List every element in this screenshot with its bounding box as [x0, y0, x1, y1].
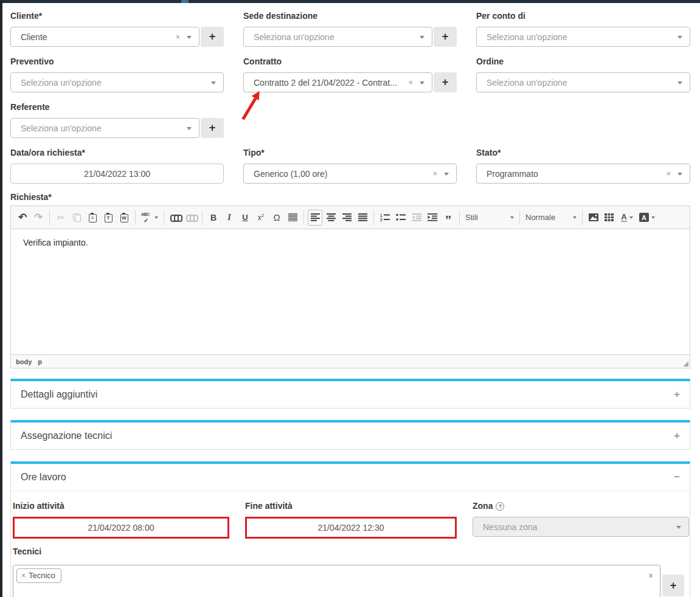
zona-select[interactable]: Nessuna zona	[473, 517, 689, 537]
text-color-button[interactable]: A	[618, 210, 636, 226]
preventivo-select[interactable]: Seleziona un'opzione	[10, 72, 224, 92]
contratto-caret-icon[interactable]	[420, 81, 425, 85]
tecnici-clear-icon[interactable]: x	[649, 571, 653, 579]
special-char-button[interactable]: Ω	[269, 210, 284, 226]
tecnici-multiselect[interactable]: × Tecnico x	[13, 565, 660, 597]
superscript-icon: x2	[258, 213, 264, 222]
data-ora-input[interactable]: 21/04/2022 13:00	[10, 164, 224, 184]
blockquote-icon: ”	[445, 217, 452, 223]
link-button[interactable]	[168, 210, 182, 226]
paste-from-word-button[interactable]: W	[117, 210, 131, 226]
paragraph-format-dropdown[interactable]: Normale	[523, 210, 579, 226]
text-color-icon: A	[621, 213, 626, 222]
referente-placeholder: Seleziona un'opzione	[21, 123, 102, 133]
insert-image-button[interactable]	[586, 210, 601, 226]
paste-button[interactable]: ≡	[85, 210, 100, 226]
sede-add-button[interactable]: +	[434, 27, 457, 47]
underline-button[interactable]: U	[238, 210, 252, 226]
fine-attivita-label: Fine attività	[245, 501, 457, 511]
align-center-button[interactable]	[324, 210, 338, 226]
element-path-p[interactable]: p	[38, 358, 42, 365]
preventivo-caret-icon[interactable]	[211, 81, 216, 85]
sede-select[interactable]: Seleziona un'opzione	[243, 27, 432, 47]
chevron-down-icon	[651, 216, 655, 219]
cut-icon: ✂	[57, 213, 64, 223]
insert-table-button[interactable]	[602, 210, 617, 226]
element-path-body[interactable]: body	[16, 358, 32, 365]
cut-button[interactable]: ✂	[54, 210, 68, 226]
data-ora-label: Data/ora richiesta*	[10, 148, 224, 158]
section-assegnazione-tecnici: Assegnazione tecnici +	[10, 420, 690, 450]
align-center-icon	[327, 213, 336, 221]
expand-icon[interactable]: +	[674, 388, 680, 401]
referente-select[interactable]: Seleziona un'opzione	[10, 118, 199, 138]
omega-icon: Ω	[273, 212, 280, 223]
field-tecnici: Tecnici × Tecnico x +	[13, 547, 690, 597]
decrease-indent-button[interactable]	[409, 210, 424, 226]
contratto-select[interactable]: Contratto 2 del 21/04/2022 - Contrat... …	[243, 72, 432, 92]
tag-remove-icon[interactable]: ×	[21, 571, 26, 580]
cliente-add-button[interactable]: +	[201, 27, 224, 47]
contratto-add-button[interactable]: +	[434, 72, 457, 92]
superscript-button[interactable]: x2	[254, 210, 268, 226]
referente-caret-icon[interactable]	[187, 127, 192, 130]
per-conto-di-select[interactable]: Seleziona un'opzione	[476, 27, 690, 47]
assegnazione-tecnici-title: Assegnazione tecnici	[21, 430, 112, 441]
chevron-down-icon	[510, 216, 514, 219]
ordine-caret-icon[interactable]	[677, 81, 682, 85]
per-conto-di-caret-icon[interactable]	[677, 36, 682, 39]
form-row-2: Preventivo Seleziona un'opzione Contratt…	[10, 57, 690, 92]
paste-icon: ≡	[89, 214, 97, 223]
ore-lavoro-header[interactable]: Ore lavoro −	[11, 464, 690, 491]
cliente-caret-icon[interactable]	[187, 36, 192, 39]
dettagli-aggiuntivi-header[interactable]: Dettagli aggiuntivi +	[11, 381, 690, 408]
sede-placeholder: Seleziona un'opzione	[254, 32, 334, 42]
unlink-button[interactable]	[184, 210, 198, 226]
background-color-button[interactable]: A	[637, 210, 657, 226]
spellcheck-button[interactable]: ABC ✓	[139, 210, 160, 226]
editor-content-area[interactable]: Verifica impianto.	[11, 229, 690, 354]
tipo-select[interactable]: Generico (1,00 ore) ×	[243, 164, 457, 184]
italic-button[interactable]: I	[222, 210, 237, 226]
horizontal-rule-button[interactable]	[285, 210, 300, 226]
inizio-attivita-value: 21/04/2022 08:00	[88, 523, 154, 533]
cliente-select[interactable]: Cliente ×	[10, 27, 199, 47]
editor-resize-handle[interactable]	[683, 361, 688, 367]
referente-add-button[interactable]: +	[201, 118, 224, 138]
bold-button[interactable]: B	[206, 210, 221, 226]
stato-clear-icon[interactable]: ×	[666, 169, 671, 178]
increase-indent-icon	[428, 213, 437, 221]
blockquote-button[interactable]: ”	[441, 210, 456, 226]
stato-caret-icon[interactable]	[677, 173, 682, 176]
tecnici-label: Tecnici	[13, 547, 690, 557]
align-left-button[interactable]	[308, 210, 322, 226]
redo-button[interactable]: ↷	[31, 210, 46, 226]
assegnazione-tecnici-header[interactable]: Assegnazione tecnici +	[11, 423, 690, 449]
align-justify-button[interactable]	[355, 210, 370, 226]
cliente-clear-icon[interactable]: ×	[175, 32, 180, 41]
numbered-list-button[interactable]: 12	[378, 210, 392, 226]
spellcheck-icon: ABC ✓	[141, 212, 152, 223]
collapse-icon[interactable]: −	[674, 471, 680, 483]
increase-indent-button[interactable]	[425, 210, 440, 226]
align-right-button[interactable]	[339, 210, 354, 226]
contratto-clear-icon[interactable]: ×	[408, 78, 413, 87]
tipo-caret-icon[interactable]	[444, 173, 449, 176]
sede-caret-icon[interactable]	[420, 36, 425, 39]
tipo-clear-icon[interactable]: ×	[432, 169, 437, 178]
expand-icon[interactable]: +	[674, 430, 680, 442]
stato-select[interactable]: Programmato ×	[476, 164, 690, 184]
copy-button[interactable]	[69, 210, 84, 226]
styles-dropdown[interactable]: Stili	[463, 210, 516, 226]
zona-label: Zona	[473, 501, 493, 511]
cliente-value: Cliente	[21, 32, 47, 42]
field-ordine: Ordine Seleziona un'opzione	[476, 57, 690, 92]
bullet-list-button[interactable]	[393, 210, 408, 226]
undo-button[interactable]: ↶	[15, 210, 30, 226]
tecnici-add-button[interactable]: +	[662, 575, 684, 596]
inizio-attivita-input[interactable]: 21/04/2022 08:00	[13, 517, 229, 539]
help-icon[interactable]: ?	[496, 502, 504, 511]
paste-plain-text-button[interactable]: T	[101, 210, 116, 226]
fine-attivita-input[interactable]: 21/04/2022 12:30	[245, 517, 457, 539]
ordine-select[interactable]: Seleziona un'opzione	[476, 72, 690, 92]
